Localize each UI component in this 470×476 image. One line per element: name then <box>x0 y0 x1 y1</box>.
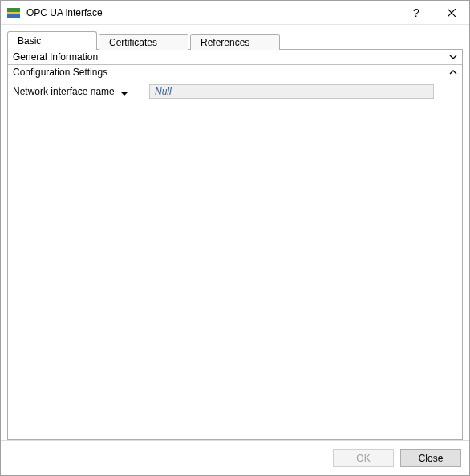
help-icon: ? <box>413 6 419 19</box>
svg-rect-0 <box>7 8 20 12</box>
help-button[interactable]: ? <box>399 1 434 25</box>
tabstrip: Basic Certificates References <box>7 31 463 50</box>
section-title: Configuration Settings <box>13 67 449 78</box>
chevron-down-icon <box>449 53 457 61</box>
chevron-up-icon <box>449 68 457 76</box>
svg-rect-2 <box>7 14 20 18</box>
network-interface-name-input[interactable]: Null <box>149 84 434 99</box>
tabpage-basic: General Information Configuration Settin… <box>7 49 463 440</box>
caret-down-icon <box>121 88 128 95</box>
ok-button[interactable]: OK <box>333 449 394 467</box>
button-label: OK <box>356 453 370 464</box>
tab-label: References <box>201 37 249 48</box>
field-label[interactable]: Network interface name <box>13 86 149 97</box>
tab-certificates[interactable]: Certificates <box>99 34 188 50</box>
svg-rect-1 <box>7 12 20 14</box>
titlebar: OPC UA interface ? <box>1 1 469 25</box>
close-icon <box>448 9 456 17</box>
tab-label: Basic <box>18 35 41 47</box>
field-label-text: Network interface name <box>13 86 115 97</box>
tab-basic[interactable]: Basic <box>7 31 97 50</box>
client-area: Basic Certificates References General In… <box>1 25 469 440</box>
dialog-footer: OK Close <box>1 440 469 475</box>
button-label: Close <box>419 453 444 464</box>
app-icon <box>7 6 20 19</box>
section-header-config[interactable]: Configuration Settings <box>8 64 462 79</box>
dialog-window: OPC UA interface ? Basic Certificates Re… <box>0 0 470 476</box>
svg-marker-5 <box>121 92 128 96</box>
tab-references[interactable]: References <box>190 34 280 50</box>
row-network-interface-name: Network interface name Null <box>13 83 457 100</box>
window-title: OPC UA interface <box>26 7 399 18</box>
section-title: General Information <box>13 51 449 63</box>
field-value-cell: Null <box>149 84 457 99</box>
tab-label: Certificates <box>109 37 157 48</box>
close-button[interactable]: Close <box>400 449 461 467</box>
window-close-button[interactable] <box>434 1 469 25</box>
section-body-config: Network interface name Null <box>8 79 462 104</box>
section-header-general[interactable]: General Information <box>8 50 462 65</box>
